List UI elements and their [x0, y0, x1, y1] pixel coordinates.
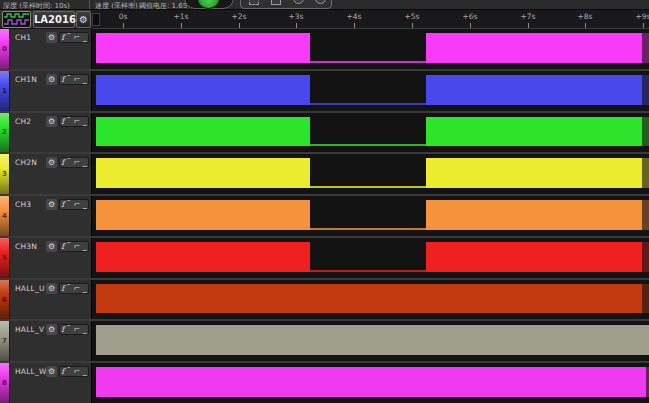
- low-level-icon[interactable]: _: [83, 158, 87, 167]
- low-level-icon[interactable]: _: [83, 242, 87, 251]
- gear-icon[interactable]: ⚙: [46, 32, 57, 43]
- edge-trigger-icon[interactable]: ⌐: [73, 325, 80, 334]
- channel-number-badge[interactable]: 1: [0, 71, 9, 111]
- gear-icon[interactable]: ⚙: [46, 366, 57, 377]
- edge-trigger-icon[interactable]: ⌐: [73, 200, 80, 209]
- gear-icon[interactable]: ⚙: [46, 241, 57, 252]
- waveform-lane[interactable]: [91, 154, 649, 194]
- channel-name-label: HALL_U: [15, 284, 45, 293]
- channel-number-badge[interactable]: 7: [0, 321, 9, 361]
- channel-header[interactable]: CH2N ⚙ f ¯ ⌐ _: [9, 154, 91, 194]
- waveform-lane[interactable]: [91, 113, 649, 153]
- high-level-icon[interactable]: ¯: [67, 33, 71, 42]
- idle-low-line: [310, 228, 426, 230]
- channel-number: 7: [2, 337, 7, 345]
- edge-trigger-icon[interactable]: ⌐: [73, 284, 80, 293]
- trigger-f-icon[interactable]: f: [61, 367, 64, 376]
- channel-number-badge[interactable]: 0: [0, 29, 9, 69]
- trigger-options-group: f ¯ ⌐ _: [59, 116, 89, 127]
- device-settings-button[interactable]: ⚙: [76, 11, 91, 28]
- gear-icon[interactable]: ⚙: [46, 199, 57, 210]
- waveform-lane[interactable]: [91, 196, 649, 236]
- trigger-f-icon[interactable]: f: [61, 200, 64, 209]
- waveform-lane[interactable]: [91, 29, 649, 69]
- waveform-segment: [96, 200, 310, 230]
- high-level-icon[interactable]: ¯: [67, 200, 71, 209]
- gear-icon[interactable]: ⚙: [46, 74, 57, 85]
- low-level-icon[interactable]: _: [83, 33, 87, 42]
- high-level-icon[interactable]: ¯: [67, 284, 71, 293]
- tick-label: +5s: [405, 12, 420, 21]
- app-logo: [2, 11, 31, 28]
- channel-header[interactable]: CH3 ⚙ f ¯ ⌐ _: [9, 196, 91, 236]
- trigger-f-icon[interactable]: f: [61, 325, 64, 334]
- edge-trigger-icon[interactable]: ⌐: [73, 117, 80, 126]
- edge-trigger-icon[interactable]: ⌐: [73, 242, 80, 251]
- channel-number-badge[interactable]: 8: [0, 363, 9, 403]
- channel-row: 5 CH3N ⚙ f ¯ ⌐ _: [0, 238, 649, 280]
- export-icon[interactable]: [271, 0, 281, 5]
- trigger-f-icon[interactable]: f: [61, 75, 64, 84]
- channel-header[interactable]: CH2 ⚙ f ¯ ⌐ _: [9, 113, 91, 153]
- zoom-out-icon[interactable]: [315, 0, 326, 4]
- channel-name-label: CH1N: [15, 75, 37, 84]
- waveform-lane[interactable]: [91, 280, 649, 320]
- low-level-icon[interactable]: _: [83, 75, 87, 84]
- waveform-lane[interactable]: [91, 363, 649, 403]
- trigger-f-icon[interactable]: f: [61, 33, 64, 42]
- gear-icon[interactable]: ⚙: [46, 157, 57, 168]
- channel-header[interactable]: CH1 ⚙ f ¯ ⌐ _: [9, 29, 91, 69]
- channel-header[interactable]: HALL_W ⚙ f ¯ ⌐ _: [9, 363, 91, 403]
- channel-header[interactable]: CH3N ⚙ f ¯ ⌐ _: [9, 238, 91, 278]
- channel-header[interactable]: CH1N ⚙ f ¯ ⌐ _: [9, 71, 91, 111]
- tick-label: +9s: [636, 12, 649, 21]
- ruler-handle[interactable]: [92, 13, 100, 26]
- device-select-dropdown[interactable]: LA2016 ▼: [33, 11, 75, 28]
- trigger-f-icon[interactable]: f: [61, 117, 64, 126]
- channel-number-badge[interactable]: 4: [0, 196, 9, 236]
- low-level-icon[interactable]: _: [83, 325, 87, 334]
- high-level-icon[interactable]: ¯: [67, 325, 71, 334]
- edge-trigger-icon[interactable]: ⌐: [73, 33, 80, 42]
- gear-icon[interactable]: ⚙: [46, 116, 57, 127]
- high-level-icon[interactable]: ¯: [67, 242, 71, 251]
- waveform-band: [92, 117, 649, 147]
- edge-trigger-icon[interactable]: ⌐: [73, 158, 80, 167]
- channel-name-label: CH1: [15, 33, 31, 42]
- high-level-icon[interactable]: ¯: [67, 117, 71, 126]
- tick-mark: [296, 23, 297, 28]
- depth-label: 深度 (采样时间: 10s): [3, 1, 70, 10]
- gear-icon[interactable]: ⚙: [46, 324, 57, 335]
- zoom-in-icon[interactable]: [293, 0, 304, 4]
- channel-number-badge[interactable]: 5: [0, 238, 9, 278]
- channel-number: 5: [2, 254, 7, 262]
- high-level-icon[interactable]: ¯: [67, 158, 71, 167]
- top-toolbar: 深度 (采样时间: 10s) 速度 (采样率) 阈值电压: 1.65 V: [0, 0, 649, 10]
- low-level-icon[interactable]: _: [83, 200, 87, 209]
- waveform-lane[interactable]: [91, 71, 649, 111]
- channel-number-badge[interactable]: 6: [0, 280, 9, 320]
- edge-trigger-icon[interactable]: ⌐: [73, 75, 80, 84]
- trigger-f-icon[interactable]: f: [61, 284, 64, 293]
- low-level-icon[interactable]: _: [83, 367, 87, 376]
- waveform-lane[interactable]: [91, 238, 649, 278]
- gear-icon[interactable]: ⚙: [46, 283, 57, 294]
- low-level-icon[interactable]: _: [83, 117, 87, 126]
- channel-number-badge[interactable]: 3: [0, 154, 9, 194]
- trigger-f-icon[interactable]: f: [61, 158, 64, 167]
- low-level-icon[interactable]: _: [83, 284, 87, 293]
- channel-header[interactable]: HALL_V ⚙ f ¯ ⌐ _: [9, 321, 91, 361]
- tick-label: +2s: [232, 12, 247, 21]
- channel-header[interactable]: HALL_U ⚙ f ¯ ⌐ _: [9, 280, 91, 320]
- trigger-f-icon[interactable]: f: [61, 242, 64, 251]
- channel-number-badge[interactable]: 2: [0, 113, 9, 153]
- waveform-segment: [96, 242, 310, 272]
- waveform-band: [92, 158, 649, 188]
- edge-trigger-icon[interactable]: ⌐: [73, 367, 80, 376]
- high-level-icon[interactable]: ¯: [67, 75, 71, 84]
- high-level-icon[interactable]: ¯: [67, 367, 71, 376]
- waveform-lane[interactable]: [91, 321, 649, 361]
- trigger-options-group: f ¯ ⌐ _: [59, 366, 89, 377]
- selection-tool-icon[interactable]: [249, 0, 259, 5]
- timeline-ruler[interactable]: 0s+1s+2s+3s+4s+5s+6s+7s+8s+9s: [91, 10, 649, 29]
